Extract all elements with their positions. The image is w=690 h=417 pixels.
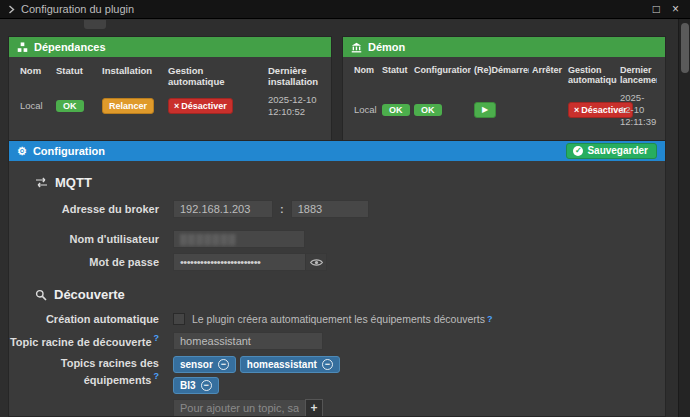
- restart-daemon-button[interactable]: ▶: [474, 102, 496, 118]
- panels-row: Dépendances Nom Statut Installation Gest…: [8, 36, 666, 141]
- topic-tag[interactable]: sensor−: [173, 356, 236, 373]
- check-circle-icon: ✓: [573, 146, 583, 156]
- exchange-icon: [35, 177, 48, 188]
- add-topic-button[interactable]: +: [305, 399, 323, 416]
- col-gestion-automatique: Gestion automatique: [565, 63, 617, 87]
- window-title: Configuration du plugin: [21, 3, 134, 15]
- dependencies-header: Dépendances: [9, 37, 331, 57]
- configuration-header: ⚙ Configuration ✓ Sauvegarder: [9, 141, 665, 161]
- configuration-body: MQTT Adresse du broker : Nom d'utilisate…: [9, 161, 665, 416]
- daemon-last-launch: 2025-12-10 12:11:39: [617, 87, 657, 130]
- titlebar: Configuration du plugin □ ×: [0, 0, 690, 19]
- chevron-right-icon: [8, 5, 15, 14]
- col-nom: Nom: [17, 63, 53, 89]
- dep-status-badge: OK: [56, 100, 84, 112]
- broker-ip-input[interactable]: [173, 200, 273, 218]
- save-button[interactable]: ✓ Sauvegarder: [566, 143, 657, 159]
- daemon-stop-cell: [529, 87, 565, 130]
- password-field[interactable]: ••••••••••••••••••••••••: [173, 253, 305, 271]
- col-statut: Statut: [53, 63, 99, 89]
- daemon-header: Démon: [343, 37, 665, 57]
- cubes-icon: [17, 42, 28, 53]
- bank-icon: [351, 42, 362, 53]
- clipped-button-fragment: [84, 20, 106, 29]
- play-icon: ▶: [482, 105, 488, 114]
- root-topic-input[interactable]: [173, 332, 323, 350]
- equipment-topics-field: sensor− homeassistant− BI3− +: [173, 356, 373, 416]
- topic-tag[interactable]: BI3−: [173, 377, 219, 394]
- password-row: Mot de passe ••••••••••••••••••••••••: [9, 253, 665, 271]
- broker-separator: :: [273, 203, 291, 215]
- remove-topic-icon[interactable]: −: [218, 359, 229, 370]
- add-topic-input[interactable]: [173, 399, 305, 416]
- mqtt-heading: MQTT: [35, 175, 665, 190]
- dependencies-body: Nom Statut Installation Gestion automati…: [9, 57, 331, 140]
- username-field[interactable]: ▒▒▒▒▒▒▒: [173, 230, 305, 248]
- configuration-section: ⚙ Configuration ✓ Sauvegarder MQTT Adres…: [8, 140, 666, 417]
- daemon-body: Nom Statut Configuration (Re)Démarrer Ar…: [343, 57, 665, 140]
- dependencies-row: Local OK Relancer ×Désactiver 2025-12-10…: [17, 89, 323, 120]
- password-group: ••••••••••••••••••••••••: [173, 253, 327, 271]
- daemon-name: Local: [351, 87, 379, 130]
- broker-port-input[interactable]: [291, 200, 369, 218]
- dep-last-install: 2025-12-10 12:10:52: [265, 89, 323, 120]
- configuration-title: Configuration: [33, 145, 105, 157]
- auto-create-checkbox[interactable]: [173, 313, 185, 325]
- daemon-row: Local OK OK ▶ ×Désactiver 2025-12-10 12:…: [351, 87, 657, 130]
- discovery-heading: Découverte: [35, 287, 665, 302]
- remove-topic-icon[interactable]: −: [322, 359, 333, 370]
- daemon-status-badge: OK: [382, 104, 410, 116]
- daemon-table: Nom Statut Configuration (Re)Démarrer Ar…: [351, 63, 657, 130]
- col-configuration: Configuration: [411, 63, 471, 87]
- username-label: Nom d'utilisateur: [9, 232, 173, 246]
- dep-name: Local: [17, 89, 53, 120]
- vertical-scrollbar[interactable]: [678, 19, 690, 417]
- help-icon[interactable]: ?: [487, 314, 493, 324]
- equipment-topics-row: Topics racines des équipements? sensor− …: [9, 356, 665, 416]
- help-icon[interactable]: ?: [154, 333, 160, 343]
- dependencies-title: Dépendances: [34, 41, 106, 53]
- topic-tags: sensor− homeassistant− BI3−: [173, 356, 373, 394]
- maximize-button[interactable]: □: [650, 1, 663, 18]
- daemon-title: Démon: [368, 41, 405, 53]
- daemon-config-badge: OK: [414, 104, 442, 116]
- daemon-panel: Démon Nom Statut Configuration (Re)Démar…: [342, 36, 666, 141]
- username-row: Nom d'utilisateur ▒▒▒▒▒▒▒: [9, 230, 665, 248]
- col-nom: Nom: [351, 63, 379, 87]
- remove-topic-icon[interactable]: −: [201, 380, 212, 391]
- col-derniere-installation: Dernière installation: [265, 63, 323, 89]
- relaunch-dependencies-button[interactable]: Relancer: [102, 98, 154, 114]
- col-dernier-lancement: Dernier lancement: [617, 63, 657, 87]
- root-topic-label: Topic racine de découverte?: [9, 333, 173, 349]
- show-password-button[interactable]: [305, 253, 327, 271]
- close-icon: ×: [174, 101, 179, 111]
- auto-create-help-text: Le plugin créera automatiquement les équ…: [192, 313, 485, 325]
- search-icon: [35, 289, 47, 301]
- close-icon: ×: [574, 105, 579, 115]
- add-topic-group: +: [173, 399, 373, 416]
- password-label: Mot de passe: [9, 255, 173, 269]
- col-arreter: Arrêter: [529, 63, 565, 87]
- equipment-topics-label: Topics racines des équipements?: [9, 356, 173, 386]
- dependencies-table: Nom Statut Installation Gestion automati…: [17, 63, 323, 120]
- col-installation: Installation: [99, 63, 165, 89]
- help-icon[interactable]: ?: [154, 371, 160, 381]
- username-masked-value: ▒▒▒▒▒▒▒: [180, 234, 237, 245]
- broker-label: Adresse du broker: [9, 202, 173, 216]
- col-statut: Statut: [379, 63, 411, 87]
- eye-icon: [310, 258, 323, 267]
- gear-icon: ⚙: [17, 145, 27, 158]
- col-gestion-automatique: Gestion automatique: [165, 63, 265, 89]
- col-redemarrer: (Re)Démarrer: [471, 63, 529, 87]
- auto-create-row: Création automatique Le plugin créera au…: [9, 312, 665, 326]
- close-button[interactable]: ×: [669, 1, 682, 18]
- topic-tag[interactable]: homeassistant−: [240, 356, 340, 373]
- root-topic-row: Topic racine de découverte?: [9, 332, 665, 350]
- disable-dependencies-button[interactable]: ×Désactiver: [168, 98, 233, 114]
- broker-row: Adresse du broker :: [9, 200, 665, 218]
- scrollbar-thumb[interactable]: [681, 23, 689, 73]
- auto-create-label: Création automatique: [9, 312, 173, 326]
- dependencies-panel: Dépendances Nom Statut Installation Gest…: [8, 36, 332, 141]
